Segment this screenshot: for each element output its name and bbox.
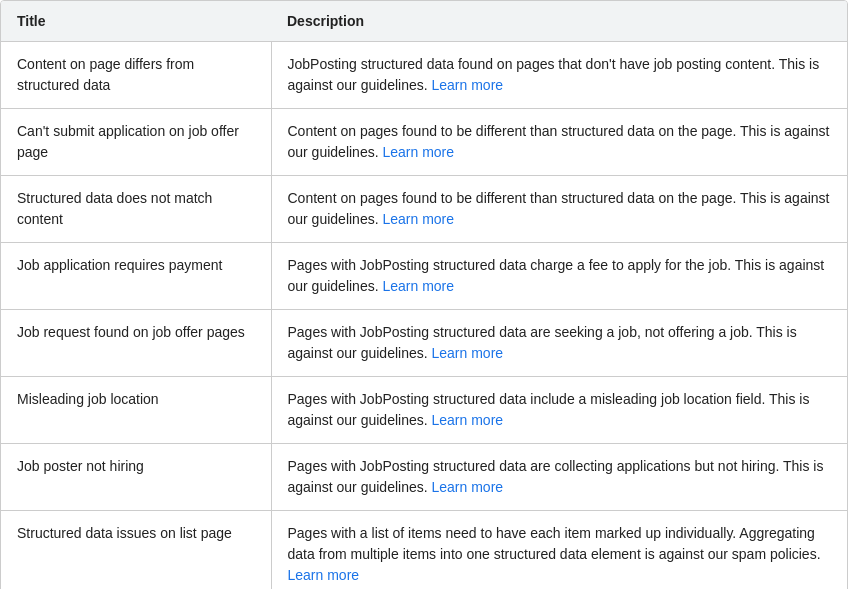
learn-more-link[interactable]: Learn more	[432, 412, 504, 428]
cell-description: Pages with JobPosting structured data ch…	[271, 243, 848, 310]
learn-more-link[interactable]: Learn more	[288, 567, 360, 583]
cell-title: Job application requires payment	[1, 243, 271, 310]
table-row: Can't submit application on job offer pa…	[1, 109, 848, 176]
table-row: Job poster not hiringPages with JobPosti…	[1, 444, 848, 511]
cell-title: Job poster not hiring	[1, 444, 271, 511]
table-row: Structured data does not match contentCo…	[1, 176, 848, 243]
cell-title: Job request found on job offer pages	[1, 310, 271, 377]
table-row: Job request found on job offer pagesPage…	[1, 310, 848, 377]
table-body: Content on page differs from structured …	[1, 42, 848, 590]
learn-more-link[interactable]: Learn more	[382, 144, 454, 160]
cell-title: Can't submit application on job offer pa…	[1, 109, 271, 176]
col-header-title: Title	[1, 1, 271, 42]
learn-more-link[interactable]: Learn more	[432, 345, 504, 361]
learn-more-link[interactable]: Learn more	[382, 278, 454, 294]
description-text: Pages with JobPosting structured data ar…	[288, 324, 797, 361]
description-text: Content on pages found to be different t…	[288, 190, 830, 227]
learn-more-link[interactable]: Learn more	[432, 479, 504, 495]
cell-description: Pages with a list of items need to have …	[271, 511, 848, 590]
cell-title: Structured data does not match content	[1, 176, 271, 243]
table-row: Job application requires paymentPages wi…	[1, 243, 848, 310]
table-row: Structured data issues on list pagePages…	[1, 511, 848, 590]
header-row: Title Description	[1, 1, 848, 42]
col-header-description: Description	[271, 1, 848, 42]
cell-description: JobPosting structured data found on page…	[271, 42, 848, 109]
learn-more-link[interactable]: Learn more	[432, 77, 504, 93]
description-text: Pages with JobPosting structured data in…	[288, 391, 810, 428]
cell-title: Misleading job location	[1, 377, 271, 444]
cell-description: Pages with JobPosting structured data ar…	[271, 444, 848, 511]
cell-title: Structured data issues on list page	[1, 511, 271, 590]
description-text: Pages with JobPosting structured data ch…	[288, 257, 825, 294]
description-text: JobPosting structured data found on page…	[288, 56, 820, 93]
table-row: Misleading job locationPages with JobPos…	[1, 377, 848, 444]
description-text: Pages with a list of items need to have …	[288, 525, 821, 562]
issues-table-wrapper: Title Description Content on page differ…	[0, 0, 848, 589]
cell-title: Content on page differs from structured …	[1, 42, 271, 109]
table-header: Title Description	[1, 1, 848, 42]
cell-description: Pages with JobPosting structured data in…	[271, 377, 848, 444]
table-row: Content on page differs from structured …	[1, 42, 848, 109]
cell-description: Content on pages found to be different t…	[271, 176, 848, 243]
cell-description: Pages with JobPosting structured data ar…	[271, 310, 848, 377]
cell-description: Content on pages found to be different t…	[271, 109, 848, 176]
issues-table: Title Description Content on page differ…	[1, 1, 848, 589]
description-text: Pages with JobPosting structured data ar…	[288, 458, 824, 495]
description-text: Content on pages found to be different t…	[288, 123, 830, 160]
learn-more-link[interactable]: Learn more	[382, 211, 454, 227]
